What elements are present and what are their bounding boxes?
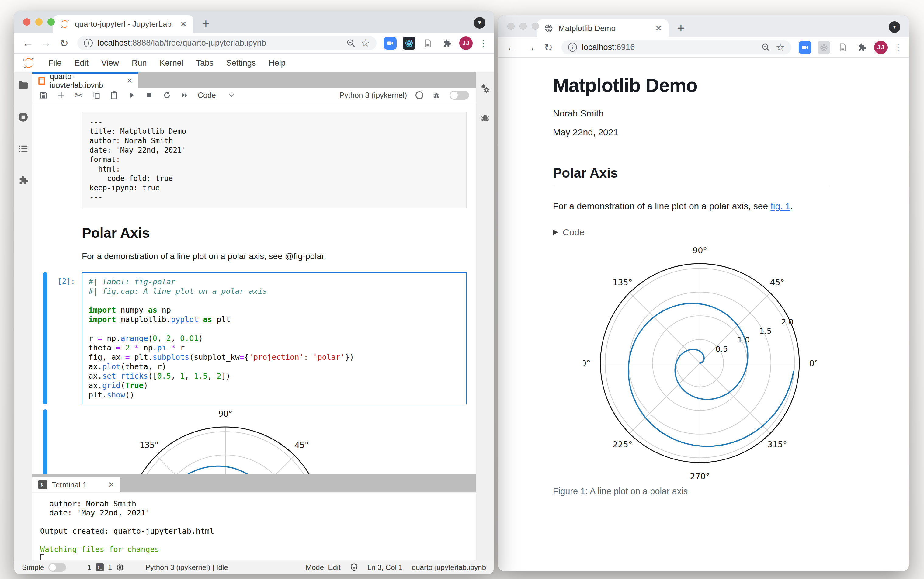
reload-icon[interactable]: ↻ bbox=[56, 37, 72, 49]
profile-avatar[interactable]: JJ bbox=[459, 36, 473, 50]
notebook-content[interactable]: ---title: Matplotlib Demoauthor: Norah S… bbox=[32, 103, 476, 474]
kernel-status-icon[interactable] bbox=[415, 91, 424, 99]
menu-tabs[interactable]: Tabs bbox=[190, 58, 220, 67]
code-line: r = np.arange(0, 2, 0.01) bbox=[88, 334, 460, 343]
document-extension-icon[interactable] bbox=[422, 37, 434, 49]
menu-file[interactable]: File bbox=[42, 58, 68, 67]
mode-label[interactable]: Mode: Edit bbox=[306, 563, 341, 572]
run-cell-icon[interactable] bbox=[127, 91, 136, 100]
debugger-sidebar-bug-icon[interactable] bbox=[479, 112, 491, 123]
zoom-meeting-extension-icon[interactable] bbox=[384, 37, 397, 49]
add-cell-icon[interactable] bbox=[57, 91, 66, 100]
tab-close-icon[interactable]: ✕ bbox=[180, 20, 187, 29]
simple-toggle-switch[interactable] bbox=[48, 563, 66, 572]
react-devtools-extension-icon[interactable] bbox=[403, 37, 415, 49]
address-bar[interactable]: i localhost:8888/lab/tree/quarto-jupyter… bbox=[77, 36, 376, 50]
document-extension-icon[interactable] bbox=[836, 41, 849, 54]
yaml-cell-editor[interactable]: ---title: Matplotlib Demoauthor: Norah S… bbox=[82, 112, 466, 208]
notebook-file-icon bbox=[38, 76, 46, 85]
collaboration-toggle[interactable] bbox=[450, 91, 469, 100]
browser-tab-jupyterlab[interactable]: quarto-jupyterl - JupyterLab ✕ bbox=[53, 15, 193, 33]
debugger-bug-icon[interactable] bbox=[432, 91, 441, 100]
cell-collapser[interactable] bbox=[43, 225, 47, 261]
cursor-position-label[interactable]: Ln 3, Col 1 bbox=[367, 563, 403, 572]
menu-help[interactable]: Help bbox=[262, 58, 292, 67]
menu-settings[interactable]: Settings bbox=[220, 58, 262, 67]
extensions-puzzle-icon[interactable] bbox=[855, 41, 868, 54]
terminal-tab[interactable]: $_ Terminal 1 ✕ bbox=[32, 478, 121, 492]
running-sessions-status[interactable]: 1 $_ 1 bbox=[87, 563, 124, 572]
menu-view[interactable]: View bbox=[95, 58, 125, 67]
copy-cells-icon[interactable] bbox=[92, 91, 101, 100]
output-collapser[interactable] bbox=[43, 409, 47, 474]
code-cell-editor[interactable]: #| label: fig-polar#| fig.cap: A line pl… bbox=[82, 272, 466, 404]
react-devtools-extension-icon[interactable] bbox=[818, 41, 830, 54]
back-icon[interactable]: ← bbox=[504, 41, 520, 53]
output-cell[interactable]: 0°45°90°135°180°225°270°315°0.51.01.52.0 bbox=[32, 409, 476, 474]
site-info-icon[interactable]: i bbox=[84, 39, 93, 47]
figure-link[interactable]: fig. 1 bbox=[770, 201, 790, 211]
new-tab-button[interactable]: + bbox=[677, 21, 685, 35]
terminal-output[interactable]: author: Norah Smith date: 'May 22nd, 202… bbox=[32, 492, 476, 560]
notebook-tab-close-icon[interactable]: ✕ bbox=[126, 77, 132, 85]
table-of-contents-icon[interactable] bbox=[17, 143, 29, 154]
menu-run[interactable]: Run bbox=[125, 58, 153, 67]
new-tab-button[interactable]: + bbox=[202, 17, 210, 30]
save-icon[interactable] bbox=[39, 91, 48, 100]
paste-cells-icon[interactable] bbox=[110, 91, 119, 100]
forward-icon[interactable]: → bbox=[522, 41, 538, 53]
zoom-window-button[interactable] bbox=[532, 23, 539, 30]
reload-icon[interactable]: ↻ bbox=[540, 41, 557, 54]
zoom-out-icon[interactable] bbox=[346, 37, 356, 49]
macos-traffic-lights[interactable] bbox=[23, 18, 55, 26]
quarto-rendered-page[interactable]: Matplotlib Demo Norah Smith May 22nd, 20… bbox=[498, 58, 909, 571]
zoom-out-icon[interactable] bbox=[761, 41, 771, 54]
cell-collapser[interactable] bbox=[43, 272, 47, 404]
cell-collapser[interactable] bbox=[43, 112, 47, 208]
zoom-window-button[interactable] bbox=[47, 18, 55, 26]
yaml-raw-cell[interactable]: ---title: Matplotlib Demoauthor: Norah S… bbox=[32, 112, 476, 208]
property-inspector-gears-icon[interactable] bbox=[479, 83, 491, 94]
active-file-label[interactable]: quarto-jupyterlab.ipynb bbox=[412, 563, 486, 572]
code-cell[interactable]: [2]: #| label: fig-polar#| fig.cap: A li… bbox=[32, 272, 476, 404]
menu-kernel[interactable]: Kernel bbox=[153, 58, 190, 67]
forward-icon[interactable]: → bbox=[38, 37, 54, 49]
markdown-cell[interactable]: Polar Axis For a demonstration of a line… bbox=[32, 225, 476, 261]
restart-kernel-icon[interactable] bbox=[162, 91, 172, 100]
menu-edit[interactable]: Edit bbox=[68, 58, 95, 67]
cut-cells-icon[interactable]: ✂ bbox=[74, 91, 83, 100]
zoom-meeting-extension-icon[interactable] bbox=[799, 41, 811, 54]
jupyterlab-statusbar: Simple 1 $_ 1 Python 3 (ipykernel) | Idl… bbox=[14, 560, 494, 574]
terminal-tab-close-icon[interactable]: ✕ bbox=[108, 481, 114, 489]
macos-traffic-lights[interactable] bbox=[507, 23, 539, 30]
close-window-button[interactable] bbox=[23, 18, 30, 26]
browser-menu-icon[interactable]: ⋮ bbox=[479, 38, 486, 48]
minimize-window-button[interactable] bbox=[35, 18, 43, 26]
tab-close-icon[interactable]: ✕ bbox=[655, 24, 662, 33]
back-icon[interactable]: ← bbox=[20, 37, 36, 49]
running-kernels-icon[interactable] bbox=[17, 111, 29, 123]
browser-menu-icon[interactable]: ⋮ bbox=[894, 42, 901, 52]
site-info-icon[interactable]: i bbox=[568, 43, 577, 52]
address-bar[interactable]: i localhost:6916 ☆ bbox=[561, 41, 792, 54]
cell-type-dropdown[interactable]: Code bbox=[198, 91, 235, 100]
extension-manager-icon[interactable] bbox=[17, 175, 29, 186]
tab-search-button[interactable]: ▼ bbox=[889, 21, 900, 33]
code-fold-toggle[interactable]: Code bbox=[553, 227, 829, 237]
bookmark-star-icon[interactable]: ☆ bbox=[361, 37, 370, 49]
bookmark-star-icon[interactable]: ☆ bbox=[775, 41, 785, 53]
browser-tab-matplotlib-demo[interactable]: Matplotlib Demo ✕ bbox=[537, 20, 669, 37]
close-window-button[interactable] bbox=[507, 23, 515, 30]
stop-kernel-icon[interactable] bbox=[145, 91, 154, 100]
file-browser-icon[interactable] bbox=[17, 80, 29, 91]
minimize-window-button[interactable] bbox=[520, 23, 527, 30]
profile-avatar[interactable]: JJ bbox=[874, 41, 888, 54]
trust-shield-icon[interactable] bbox=[350, 563, 358, 572]
simple-mode-toggle[interactable]: Simple bbox=[22, 563, 66, 572]
kernel-name-label[interactable]: Python 3 (ipykernel) bbox=[339, 91, 407, 100]
kernel-status-label[interactable]: Python 3 (ipykernel) | Idle bbox=[146, 563, 228, 572]
restart-run-all-icon[interactable] bbox=[180, 91, 189, 100]
notebook-tab[interactable]: quarto-jupyterlab.ipynb ✕ bbox=[32, 72, 138, 88]
tab-search-button[interactable]: ▼ bbox=[474, 17, 486, 29]
extensions-puzzle-icon[interactable] bbox=[440, 37, 453, 49]
